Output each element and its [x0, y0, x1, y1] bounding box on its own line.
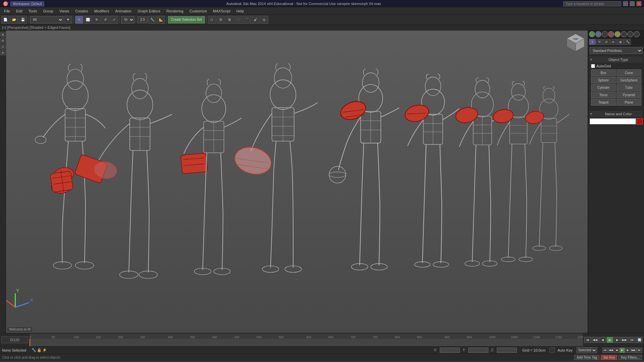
rpanel-color-2[interactable]: [595, 31, 601, 37]
rpanel-color-6[interactable]: [621, 31, 627, 37]
menu-customize[interactable]: Customize: [187, 8, 210, 14]
maximize-button[interactable]: □: [630, 1, 635, 6]
menu-tools[interactable]: Tools: [26, 8, 40, 14]
rpanel-color-7[interactable]: [627, 31, 633, 37]
go-end-button[interactable]: ⏭: [629, 337, 635, 343]
menu-group[interactable]: Group: [40, 8, 56, 14]
object-type-header[interactable]: ▼ Object Type: [590, 57, 643, 63]
z-coord-input[interactable]: [497, 348, 517, 353]
motion-tab[interactable]: ►: [610, 39, 617, 45]
add-time-tag-btn[interactable]: Add Time Tag: [574, 355, 599, 360]
status-next-frame[interactable]: ▶: [625, 348, 631, 353]
mirror-btn[interactable]: ⬡: [208, 16, 216, 24]
create-selection-btn[interactable]: Create Selection Set: [168, 16, 205, 23]
object-name-input[interactable]: [590, 118, 636, 124]
save-button[interactable]: 💾: [19, 16, 27, 24]
color-swatch[interactable]: [637, 118, 643, 124]
next-frame-button[interactable]: ▶: [614, 337, 621, 343]
minimize-button[interactable]: —: [623, 1, 628, 6]
box-button[interactable]: Box: [591, 69, 616, 76]
viewport-3d[interactable]: Total Polys: 72,010 Verts: 50,021 FPS: 2…: [6, 31, 588, 333]
left-tool-1[interactable]: ⊞: [0, 32, 6, 37]
display-tab[interactable]: ◉: [617, 39, 624, 45]
status-go-end[interactable]: ⏭: [637, 348, 642, 353]
plane-button[interactable]: Plane: [616, 99, 641, 106]
curve-btn[interactable]: ⌒: [243, 16, 251, 24]
isolate-btn[interactable]: ◎: [260, 16, 268, 24]
timeline-bar[interactable]: [30, 339, 583, 346]
snap-btn[interactable]: 🔧: [148, 16, 156, 24]
rotate-btn[interactable]: ↺: [101, 16, 109, 24]
angle-snap-btn[interactable]: 📐: [157, 16, 165, 24]
next-key-button[interactable]: ▶▶: [621, 337, 628, 343]
status-go-start[interactable]: ⏮: [602, 348, 608, 353]
new-button[interactable]: 📄: [1, 16, 9, 24]
select-btn[interactable]: ↖: [75, 16, 83, 24]
navigation-cube[interactable]: TOP: [566, 33, 585, 52]
frame-counter[interactable]: 0/120: [1, 337, 28, 343]
menu-maxscript[interactable]: MAXScript: [210, 8, 233, 14]
status-next-key[interactable]: ▶▶: [631, 348, 636, 353]
tube-button[interactable]: Tube: [616, 84, 641, 91]
play-button[interactable]: ▶: [606, 337, 613, 343]
prev-frame-button[interactable]: ◀: [599, 337, 606, 343]
menu-animation[interactable]: Animation: [112, 8, 134, 14]
cylinder-button[interactable]: Cylinder: [591, 84, 616, 91]
autogrid-checkbox[interactable]: [591, 64, 595, 68]
left-tool-2[interactable]: ⊟: [0, 38, 6, 43]
left-tool-3[interactable]: ◎: [0, 44, 6, 49]
close-button[interactable]: ✕: [637, 1, 641, 6]
set-key-btn[interactable]: Set Key: [601, 355, 617, 360]
status-prev-frame[interactable]: ◀: [614, 348, 619, 353]
x-coord-input[interactable]: [440, 348, 460, 353]
teapot-button[interactable]: Teapot: [591, 99, 616, 106]
rpanel-color-5[interactable]: [614, 31, 621, 37]
selection-filter[interactable]: ▼: [64, 16, 72, 24]
rpanel-color-4[interactable]: [608, 31, 614, 37]
loop-button[interactable]: 🔄: [636, 337, 643, 343]
rpanel-color-3[interactable]: [602, 31, 608, 37]
status-play[interactable]: ▶: [620, 348, 625, 353]
geosphere-button[interactable]: GeoSphere: [616, 77, 641, 83]
move-btn[interactable]: ✛: [93, 16, 101, 24]
menu-rendering[interactable]: Rendering: [164, 8, 186, 14]
timeline-playhead[interactable]: [30, 339, 30, 346]
align-btn[interactable]: ⊟: [217, 16, 225, 24]
autokey-toggle[interactable]: [549, 348, 555, 353]
menu-graph-editors[interactable]: Graph Editors: [135, 8, 163, 14]
create-tab[interactable]: +: [589, 39, 596, 45]
key-filters-btn[interactable]: Key Filters...: [619, 355, 642, 360]
workspace-indicator[interactable]: Workspace: Default: [10, 1, 44, 6]
select-region-btn[interactable]: ⬜: [84, 16, 92, 24]
menu-help[interactable]: Help: [234, 8, 247, 14]
open-button[interactable]: 📂: [10, 16, 18, 24]
snap-icon[interactable]: ⚡: [42, 348, 47, 352]
cone-button[interactable]: Cone: [616, 69, 641, 76]
utilities-tab[interactable]: 🔧: [624, 39, 631, 45]
hierarchy-tab[interactable]: ⊞: [603, 39, 610, 45]
rpanel-color-1[interactable]: [589, 31, 595, 37]
menu-file[interactable]: File: [1, 8, 13, 14]
paint-btn[interactable]: 🖌: [252, 16, 260, 24]
torus-button[interactable]: Torus: [591, 92, 616, 98]
pyramid-button[interactable]: Pyramid: [616, 92, 641, 98]
menu-views[interactable]: Views: [57, 8, 72, 14]
prev-key-button[interactable]: ◀◀: [592, 337, 598, 343]
left-tool-4[interactable]: ⊕: [0, 50, 6, 55]
modify-tab[interactable]: ⚒: [596, 39, 603, 45]
reference-dropdown[interactable]: View: [121, 16, 135, 23]
lock-icon[interactable]: 🔒: [37, 348, 42, 352]
sphere-button[interactable]: Sphere: [591, 77, 616, 83]
magnet-icon[interactable]: 🔧: [32, 348, 36, 352]
rpanel-color-8[interactable]: [634, 31, 640, 37]
name-color-header[interactable]: ▼ Name and Color: [590, 111, 643, 117]
status-prev-key[interactable]: ◀◀: [608, 348, 613, 353]
menu-modifiers[interactable]: Modifiers: [92, 8, 112, 14]
workspace-dropdown[interactable]: All: [30, 16, 63, 23]
go-start-button[interactable]: ⏮: [584, 337, 591, 343]
menu-edit[interactable]: Edit: [13, 8, 25, 14]
snap-value-input[interactable]: [138, 16, 148, 23]
search-box[interactable]: Type a keyword or phrase: [563, 1, 621, 6]
layer-btn[interactable]: ⬛: [234, 16, 242, 24]
selected-dropdown[interactable]: Selected: [577, 347, 597, 353]
